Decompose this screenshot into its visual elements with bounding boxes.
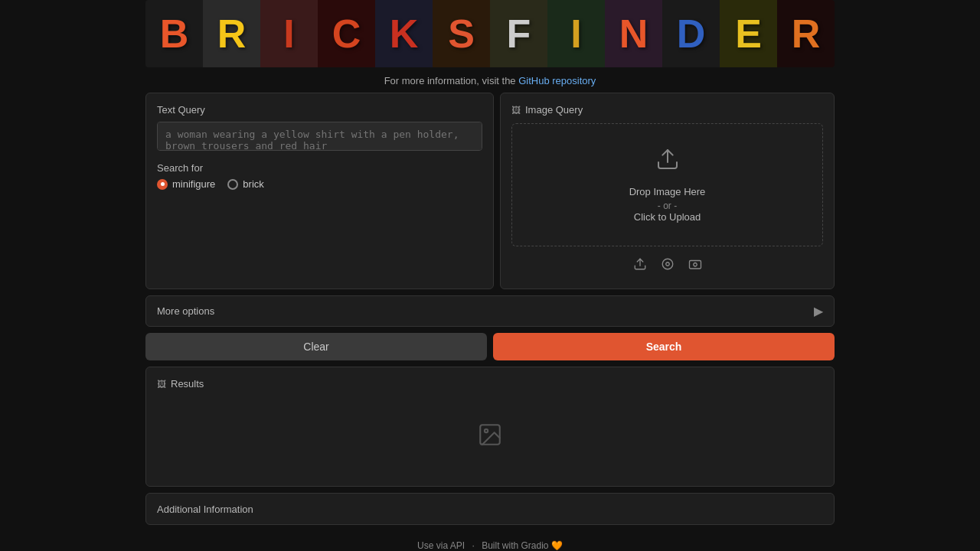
results-placeholder-icon	[477, 422, 503, 453]
image-query-panel: 🖼 Image Query Drop Image Here - or - Cli…	[500, 93, 835, 289]
search-button[interactable]: Search	[493, 333, 835, 360]
drop-text: Drop Image Here	[629, 183, 706, 201]
radio-label-minifigure: minifigure	[172, 178, 215, 190]
banner-letter-r1: R	[203, 0, 260, 67]
left-panel: Text Query Search for minifigure brick	[145, 93, 494, 289]
image-webcam-button[interactable]	[685, 254, 705, 278]
image-query-header: 🖼 Image Query	[511, 104, 823, 116]
drop-click: Click to Upload	[634, 211, 701, 223]
results-label: Results	[171, 378, 204, 390]
more-options-bar[interactable]: More options ▶	[145, 295, 835, 327]
banner-letter-d: D	[662, 0, 720, 67]
banner-letter-c: C	[318, 0, 375, 67]
radio-minifigure[interactable]: minifigure	[157, 178, 215, 190]
banner-letter-e: E	[720, 0, 777, 67]
text-query-input[interactable]	[157, 122, 482, 151]
banner-letter-r2: R	[777, 0, 835, 67]
info-text: For more information, visit the	[384, 75, 519, 86]
text-query-label: Text Query	[157, 104, 482, 116]
svg-point-2	[662, 259, 673, 270]
clear-button[interactable]: Clear	[145, 333, 487, 360]
github-link[interactable]: GitHub repository	[518, 75, 596, 86]
additional-info-panel: Additional Information	[145, 493, 835, 525]
image-clipboard-button[interactable]	[658, 254, 678, 278]
svg-point-7	[485, 429, 488, 432]
banner-letter-n: N	[605, 0, 662, 67]
results-icon: 🖼	[157, 379, 166, 390]
panels-row: Text Query Search for minifigure brick 🖼…	[145, 93, 835, 289]
image-tools	[511, 254, 823, 278]
footer-dot: ·	[472, 540, 474, 551]
search-for-label: Search for	[157, 162, 482, 174]
svg-point-5	[693, 263, 697, 267]
built-with-text: Built with Gradio	[482, 540, 548, 551]
drop-or: - or -	[658, 201, 677, 211]
svg-rect-4	[689, 261, 701, 269]
radio-dot-minifigure	[157, 179, 168, 190]
footer: Use via API · Built with Gradio 🧡	[0, 540, 980, 551]
more-options-label: More options	[157, 305, 214, 317]
results-header: 🖼 Results	[157, 378, 823, 390]
chevron-icon: ▶	[814, 304, 823, 318]
main-container: Text Query Search for minifigure brick 🖼…	[145, 93, 835, 525]
upload-icon	[655, 147, 680, 177]
banner-letter-k: K	[375, 0, 433, 67]
additional-info-label: Additional Information	[157, 504, 253, 515]
results-panel: 🖼 Results	[145, 367, 835, 487]
banner-header: B R I C K S F I N D E R	[145, 0, 835, 67]
banner-letter-s: S	[433, 0, 490, 67]
radio-group: minifigure brick	[157, 178, 482, 190]
footer-emoji: 🧡	[551, 540, 563, 551]
banner-letter-i2: I	[547, 0, 605, 67]
radio-brick[interactable]: brick	[227, 178, 263, 190]
banner-letter-i1: I	[260, 0, 318, 67]
banner-letter-f: F	[490, 0, 547, 67]
info-line: For more information, visit the GitHub r…	[0, 75, 980, 86]
image-drop-zone[interactable]: Drop Image Here - or - Click to Upload	[511, 123, 823, 246]
image-query-icon: 🖼	[511, 105, 521, 116]
image-query-label: Image Query	[525, 104, 583, 116]
results-body	[157, 399, 823, 475]
banner-letter-b: B	[145, 0, 203, 67]
use-api-link[interactable]: Use via API	[417, 540, 465, 551]
image-upload-button[interactable]	[630, 254, 650, 278]
radio-dot-brick	[227, 179, 238, 190]
buttons-row: Clear Search	[145, 333, 835, 360]
radio-label-brick: brick	[243, 178, 263, 190]
svg-point-3	[665, 262, 669, 266]
